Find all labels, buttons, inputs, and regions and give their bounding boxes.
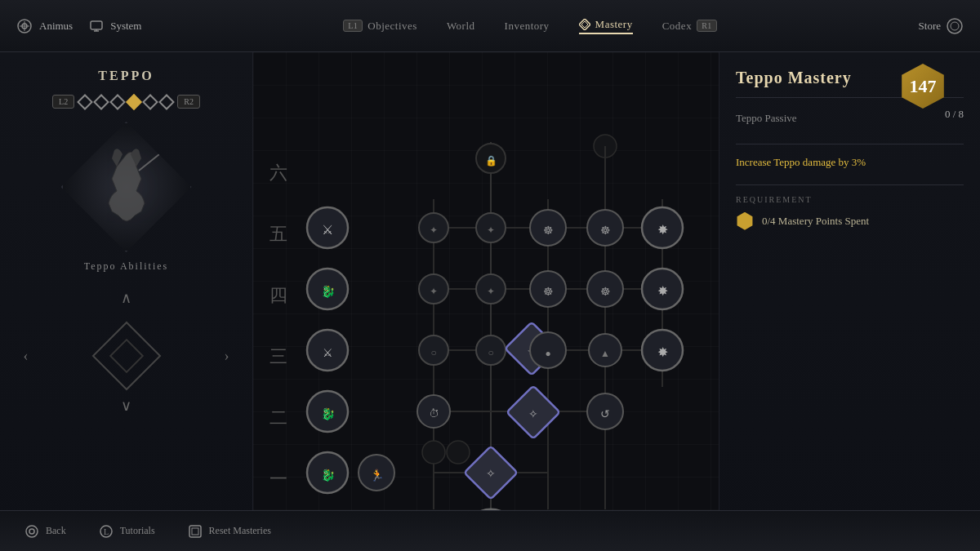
top-navigation: Animus System L1 Objectives World Invent…	[0, 0, 980, 52]
animus-label: Animus	[39, 20, 73, 33]
nav-center-section: L1 Objectives World Inventory Mastery Co…	[141, 18, 918, 34]
row2-label: 二	[270, 407, 287, 428]
svg-text:▲: ▲	[600, 348, 610, 359]
svg-text:⏱: ⏱	[429, 407, 439, 420]
tutorials-button[interactable]: L Tutorials	[99, 524, 155, 539]
nav-codex[interactable]: Codex R1	[662, 20, 717, 33]
svg-point-7	[947, 19, 962, 33]
nav-arrows-up: ∧	[121, 289, 131, 307]
svg-rect-2	[91, 21, 102, 29]
arrow-down[interactable]: ∨	[121, 397, 131, 415]
animus-menu[interactable]: Animus	[16, 18, 73, 34]
svg-text:↺: ↺	[600, 408, 610, 420]
mastery-dots: L2 R2	[52, 95, 200, 109]
skill-desc-text: Increase Teppo damage by	[736, 156, 849, 168]
reset-label: Reset Masteries	[209, 525, 271, 537]
codex-badge: R1	[697, 20, 717, 32]
inventory-label: Inventory	[505, 20, 550, 33]
row3-label: 三	[270, 346, 287, 367]
nav-world[interactable]: World	[447, 20, 475, 33]
svg-text:✸: ✸	[657, 345, 668, 359]
svg-text:L: L	[104, 527, 109, 536]
svg-line-9	[139, 154, 159, 171]
svg-marker-6	[581, 21, 588, 28]
dot-6	[158, 94, 175, 110]
row1-dot-2	[447, 441, 470, 464]
row6-label: 六	[270, 162, 287, 183]
codex-label: Codex	[662, 20, 692, 33]
nav-arrows-down: ∨	[121, 397, 131, 415]
dot-5	[142, 94, 158, 110]
character-portrait	[61, 122, 192, 252]
mastery-label: Mastery	[595, 18, 633, 31]
tutorials-icon: L	[99, 524, 114, 539]
nav-left-section: Animus System	[16, 18, 141, 34]
svg-text:✦: ✦	[430, 224, 438, 236]
row1-label: 一	[270, 469, 287, 489]
progress-row: Teppo Passive 0 / 8	[736, 108, 964, 134]
character-name: TEPPO	[98, 69, 154, 83]
skill-highlight: 3%	[852, 156, 866, 168]
svg-text:☸: ☸	[543, 286, 554, 298]
svg-text:⚔: ⚔	[323, 347, 333, 359]
skill-tree-svg: 六 五 四 三 二 一 習得 🔒	[253, 52, 719, 551]
skill-description: Increase Teppo damage by 3%	[736, 154, 964, 171]
svg-text:○: ○	[430, 347, 436, 358]
svg-text:✦: ✦	[430, 286, 438, 297]
svg-text:✸: ✸	[657, 223, 668, 237]
l2-badge: L2	[52, 95, 74, 109]
system-menu[interactable]: System	[89, 19, 141, 33]
mastery-nav-icon	[579, 19, 590, 30]
reset-button[interactable]: Reset Masteries	[188, 524, 271, 539]
system-icon	[89, 19, 104, 33]
svg-text:✧: ✧	[528, 408, 538, 420]
right-panel: Teppo Mastery Teppo Passive 0 / 8 Increa…	[719, 52, 980, 551]
requirement-label: REQUIREMENT	[736, 195, 964, 204]
progress-value: 0 / 8	[945, 108, 964, 121]
nav-mastery[interactable]: Mastery	[579, 18, 633, 34]
svg-text:●: ●	[545, 348, 550, 359]
svg-text:☸: ☸	[600, 224, 611, 237]
svg-text:✸: ✸	[657, 284, 668, 298]
points-value: 147	[910, 76, 937, 97]
dot-3	[109, 94, 126, 110]
svg-text:🔒: 🔒	[485, 154, 497, 167]
svg-text:🐉: 🐉	[321, 407, 336, 421]
svg-text:☸: ☸	[600, 286, 611, 298]
dot-1	[77, 94, 93, 110]
svg-text:🐉: 🐉	[321, 469, 336, 482]
char-abilities-label: Teppo Abilities	[84, 260, 169, 273]
animus-icon	[16, 18, 33, 34]
row1-dot-1	[422, 441, 445, 464]
dot-4-filled	[126, 94, 142, 110]
nav-inventory[interactable]: Inventory	[505, 20, 550, 33]
back-icon	[24, 524, 39, 539]
row5-label: 五	[270, 224, 287, 244]
svg-text:✧: ✧	[486, 468, 496, 480]
req-divider	[736, 184, 964, 185]
svg-rect-42	[189, 526, 201, 537]
bottom-bar: Back L Tutorials Reset Masteries	[0, 510, 980, 551]
store-icon	[946, 17, 964, 35]
diamond-center	[91, 322, 161, 391]
passive-label: Teppo Passive	[736, 112, 797, 125]
req-hex-icon	[736, 212, 754, 230]
tutorials-label: Tutorials	[120, 525, 155, 537]
back-button[interactable]: Back	[24, 524, 66, 539]
r2-badge: R2	[177, 95, 200, 109]
svg-text:⚔: ⚔	[322, 223, 333, 237]
character-silhouette	[78, 138, 176, 236]
reset-icon	[188, 524, 203, 539]
back-label: Back	[46, 525, 66, 537]
arrow-up[interactable]: ∧	[121, 289, 131, 307]
arrow-left[interactable]: ‹	[24, 348, 29, 365]
nav-objectives[interactable]: L1 Objectives	[343, 20, 417, 33]
svg-point-8	[951, 22, 959, 30]
svg-rect-43	[192, 528, 198, 535]
skill-tree-area: 六 五 四 三 二 一 習得 🔒	[253, 52, 719, 551]
store-button[interactable]: Store	[919, 17, 964, 35]
system-label: System	[110, 20, 141, 33]
arrow-right[interactable]: ›	[225, 348, 229, 365]
side-arrows: ‹ ›	[24, 315, 229, 397]
svg-text:🐉: 🐉	[321, 285, 336, 299]
